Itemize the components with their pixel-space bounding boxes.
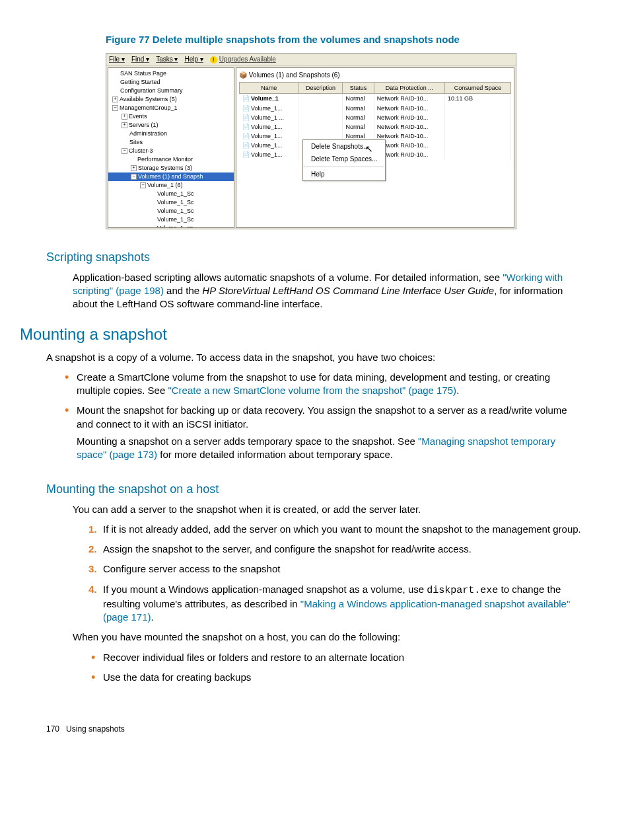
col-desc[interactable]: Description <box>298 83 343 94</box>
tree-volumes-snapshots[interactable]: −Volumes (1) and Snapsh <box>108 172 234 181</box>
tree-san-status[interactable]: SAN Status Page <box>108 69 234 78</box>
menubar: File ▾ Find ▾ Tasks ▾ Help ▾ Upgrades Av… <box>106 54 516 66</box>
table-row[interactable]: 📄 Volume_1...NormalNetwork RAID-10... <box>240 104 511 113</box>
tree-perf[interactable]: Performance Monitor <box>108 155 234 164</box>
step-4: 4. If you mount a Windows application-ma… <box>85 583 584 625</box>
tree-mgmt-group[interactable]: −ManagementGroup_1 <box>108 104 234 112</box>
tree-volume-root[interactable]: −Volume_1 (6) <box>108 181 234 190</box>
ctx-delete-snapshots[interactable]: Delete Snapshots... <box>303 140 385 153</box>
step-3: 3.Configure server access to the snapsho… <box>85 562 584 576</box>
figure-caption: Figure 77 Delete multiple snapshots from… <box>106 33 584 46</box>
pane-title: 📦 Volumes (1) and Snapshots (6) <box>239 71 511 80</box>
tree-snap-1[interactable]: Volume_1_Sc <box>108 190 234 198</box>
tree-cluster[interactable]: −Cluster-3 <box>108 147 234 155</box>
heading-scripting-snapshots: Scripting snapshots <box>46 249 584 265</box>
tree-getting-started[interactable]: Getting Started <box>108 78 234 87</box>
tree-available-systems[interactable]: +Available Systems (5) <box>108 95 234 104</box>
tree-snap-4[interactable]: Volume_1_Sc <box>108 215 234 224</box>
context-menu: Delete Snapshots... Delete Temp Spaces..… <box>302 139 386 182</box>
section-title: Using snapshots <box>66 724 125 734</box>
after-bullet-recover: Recover individual files or folders and … <box>85 651 584 664</box>
page-footer: 170 Using snapshots <box>46 724 584 734</box>
col-name[interactable]: Name <box>240 83 298 94</box>
bullet-mount-backup: Mount the snapshot for backing up or dat… <box>58 404 584 461</box>
app-screenshot: File ▾ Find ▾ Tasks ▾ Help ▾ Upgrades Av… <box>106 53 516 229</box>
tree-config-summary[interactable]: Configuration Summary <box>108 87 234 95</box>
tree-snap-3[interactable]: Volume_1_Sc <box>108 207 234 215</box>
ctx-help[interactable]: Help <box>303 168 385 181</box>
host-intro: You can add a server to the snapshot whe… <box>73 503 584 516</box>
tree-snap-5[interactable]: Volume_1_sn <box>108 224 234 228</box>
tree-storage[interactable]: +Storage Systems (3) <box>108 164 234 172</box>
ctx-delete-temp-spaces[interactable]: Delete Temp Spaces... <box>303 153 385 166</box>
code-diskpart: diskpart.exe <box>427 585 498 596</box>
ctx-separator <box>303 167 385 167</box>
table-row[interactable]: 📄 Volume_1NormalNetwork RAID-10...10.11 … <box>240 94 511 104</box>
after-bullet-backups: Use the data for creating backups <box>85 671 584 684</box>
mounting-intro: A snapshot is a copy of a volume. To acc… <box>46 351 584 364</box>
menu-tasks[interactable]: Tasks ▾ <box>156 55 178 64</box>
tree-administration[interactable]: Administration <box>108 130 234 138</box>
tree-servers[interactable]: +Servers (1) <box>108 121 234 130</box>
scripting-paragraph: Application-based scripting allows autom… <box>73 271 584 311</box>
step-2: 2.Assign the snapshot to the server, and… <box>85 543 584 556</box>
menu-help[interactable]: Help ▾ <box>184 55 203 64</box>
table-row[interactable]: 📄 Volume_1...NormalNetwork RAID-10... <box>240 122 511 132</box>
link-create-smartclone[interactable]: "Create a new SmartClone volume from the… <box>168 385 456 396</box>
heading-mounting-snapshot: Mounting a snapshot <box>20 324 584 345</box>
bullet-smartclone: Create a SmartClone volume from the snap… <box>58 371 584 398</box>
upgrades-available[interactable]: Upgrades Available <box>210 55 276 64</box>
col-status[interactable]: Status <box>343 83 374 94</box>
heading-mounting-host: Mounting the snapshot on a host <box>46 481 584 497</box>
menu-find[interactable]: Find ▾ <box>131 55 149 64</box>
menu-file[interactable]: File ▾ <box>109 55 125 64</box>
host-after: When you have mounted the snapshot on a … <box>73 630 584 644</box>
step-1: 1.If it is not already added, add the se… <box>85 523 584 536</box>
tree-sites[interactable]: Sites <box>108 138 234 147</box>
tree-snap-2[interactable]: Volume_1_Sc <box>108 198 234 207</box>
table-row[interactable]: 📄 Volume_1 ...NormalNetwork RAID-10... <box>240 113 511 122</box>
content-pane: 📦 Volumes (1) and Snapshots (6) Name Des… <box>236 67 514 228</box>
col-protection[interactable]: Data Protection ... <box>374 83 444 94</box>
col-space[interactable]: Consumed Space <box>445 83 511 94</box>
tree-events[interactable]: +Events <box>108 112 234 121</box>
nav-tree[interactable]: SAN Status Page Getting Started Configur… <box>108 67 234 228</box>
page-number: 170 <box>46 724 59 734</box>
